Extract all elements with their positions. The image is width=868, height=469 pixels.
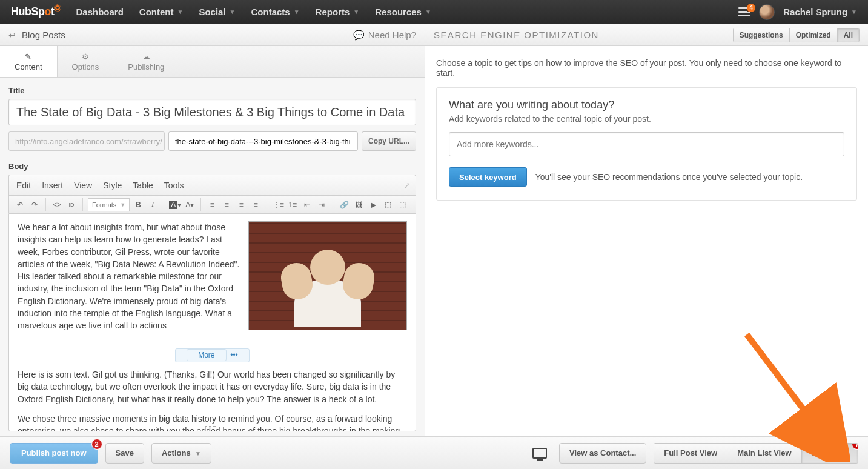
menu-view[interactable]: View [74, 181, 92, 190]
caret-icon: ▼ [294, 8, 300, 15]
caret-icon: ▼ [353, 8, 359, 15]
list-ol-icon[interactable]: 1≡ [287, 199, 299, 211]
chat-icon: 💬 [353, 30, 365, 41]
title-input[interactable] [8, 99, 416, 125]
align-left-icon[interactable]: ≡ [206, 199, 218, 211]
breadcrumb[interactable]: Blog Posts [22, 30, 65, 40]
textcolor-icon[interactable]: A▾ [184, 199, 196, 211]
title-label: Title [8, 86, 416, 95]
indent-icon[interactable]: ⇥ [316, 199, 328, 211]
publish-button[interactable]: Publish post now 2 [10, 443, 98, 464]
outdent-icon[interactable]: ⇤ [301, 199, 313, 211]
menu-tools[interactable]: Tools [164, 181, 184, 190]
bold-icon[interactable]: B [132, 199, 144, 211]
publish-badge: 2 [91, 439, 102, 450]
redo-icon[interactable]: ↷ [28, 199, 41, 211]
tab-publishing[interactable]: ☁ Publishing [113, 46, 179, 77]
caret-icon: ▼ [425, 8, 431, 15]
select-keyword-button[interactable]: Select keyword [449, 167, 527, 187]
sub-bar: ↩ Blog Posts 💬 Need Help? SEARCH ENGINE … [0, 24, 868, 46]
sprocket-icon [55, 5, 60, 10]
cloud-icon: ☁ [142, 52, 150, 61]
italic-icon[interactable]: I [147, 199, 159, 211]
menu-style[interactable]: Style [103, 181, 122, 190]
preview-icon[interactable] [532, 448, 547, 459]
menu-insert[interactable]: Insert [42, 181, 63, 190]
url-slug-input[interactable] [168, 131, 358, 151]
align-center-icon[interactable]: ≡ [220, 199, 233, 211]
view-main-list[interactable]: Main List View [727, 444, 801, 463]
workspace: ✎ Content ⚙ Options ☁ Publishing Title h… [0, 46, 868, 436]
top-nav: HubSpot Dashboard Content▼ Social▼ Conta… [0, 0, 868, 24]
list-ul-icon[interactable]: ⋮≡ [272, 199, 284, 211]
menu-edit[interactable]: Edit [16, 181, 31, 190]
body-label: Body [8, 162, 416, 171]
footer-bar: Publish post now 2 Save Actions ▼ View a… [0, 436, 868, 469]
align-justify-icon[interactable]: ≡ [250, 199, 262, 211]
seo-filter-segment: Suggestions Optimized All [733, 28, 860, 42]
seo-pane: Choose a topic to get tips on how to imp… [425, 46, 868, 436]
view-as-contact-button[interactable]: View as Contact... [559, 443, 646, 464]
resize-handle-icon[interactable] [205, 426, 220, 430]
filter-optimized[interactable]: Optimized [789, 28, 837, 42]
form-area: Title http://info.angeladefranco.com/str… [0, 78, 425, 436]
back-arrow-icon[interactable]: ↩ [8, 30, 16, 40]
body-paragraph: Here is is som text. Gil got us thinking… [18, 368, 407, 405]
nav-social[interactable]: Social▼ [191, 0, 243, 24]
embed-icon[interactable]: ⬚ [396, 199, 408, 211]
align-right-icon[interactable]: ≡ [235, 199, 247, 211]
read-more-separator[interactable]: More ••• [18, 348, 407, 362]
gear-icon: ⚙ [82, 52, 89, 61]
link-icon[interactable]: 🔗 [338, 199, 350, 211]
logo[interactable]: HubSpot [0, 0, 68, 24]
fullscreen-icon[interactable]: ⤢ [403, 181, 408, 190]
avatar[interactable] [759, 4, 775, 20]
formats-select[interactable]: Formats▼ [88, 198, 130, 211]
caret-icon: ▼ [177, 8, 184, 15]
url-base: http://info.angeladefranco.com/strawberr… [8, 131, 165, 151]
seo-badge: 7 [852, 443, 858, 450]
seo-panel-title: SEARCH ENGINE OPTIMIZATION [434, 30, 599, 40]
editor-menubar: Edit Insert View Style Table Tools ⤢ [8, 175, 416, 195]
inline-image[interactable] [248, 221, 407, 330]
pencil-icon: ✎ [25, 52, 31, 61]
source-icon[interactable]: <> [51, 199, 63, 211]
seo-card: What are you writing about today? Add ke… [436, 87, 857, 201]
tab-options[interactable]: ⚙ Options [58, 46, 114, 77]
caret-icon: ▼ [230, 8, 236, 15]
caret-icon: ▼ [195, 450, 201, 457]
personalize-icon[interactable]: ID [65, 199, 78, 211]
menu-table[interactable]: Table [133, 181, 153, 190]
notification-badge: 4 [747, 4, 755, 12]
editor-toolbar: ↶ ↷ <> ID Formats▼ B I A▾ A▾ ≡ ≡ ≡ ≡ [8, 195, 416, 213]
need-help[interactable]: 💬 Need Help? [353, 30, 416, 41]
copy-url-button[interactable]: Copy URL... [362, 131, 416, 151]
editor-body[interactable]: We hear a lot about insights from, but w… [8, 213, 416, 431]
left-tabs: ✎ Content ⚙ Options ☁ Publishing [0, 46, 425, 78]
seo-hint: You'll see your SEO recommendations once… [535, 172, 803, 182]
nav-right: 4 Rachel Sprung ▼ [738, 0, 868, 24]
keyword-input[interactable] [449, 132, 844, 156]
view-seo[interactable]: SEO View 7 [801, 444, 858, 463]
seo-question: What are you writing about today? [449, 99, 844, 111]
nav-contacts[interactable]: Contacts▼ [244, 0, 308, 24]
save-button[interactable]: Save [105, 443, 144, 464]
cta-icon[interactable]: ⬚ [382, 199, 394, 211]
nav-reports[interactable]: Reports▼ [308, 0, 368, 24]
caret-icon: ▼ [851, 8, 857, 15]
bgcolor-icon[interactable]: A▾ [169, 199, 181, 211]
video-icon[interactable]: ▶ [367, 199, 379, 211]
actions-button[interactable]: Actions ▼ [151, 443, 211, 464]
nav-content[interactable]: Content▼ [131, 0, 191, 24]
view-full-post[interactable]: Full Post View [654, 444, 727, 463]
filter-all[interactable]: All [837, 28, 859, 42]
menu-icon[interactable]: 4 [738, 7, 750, 17]
nav-dashboard[interactable]: Dashboard [68, 0, 131, 24]
filter-suggestions[interactable]: Suggestions [734, 28, 789, 42]
tab-content[interactable]: ✎ Content [0, 46, 58, 77]
user-menu[interactable]: Rachel Sprung ▼ [780, 7, 861, 17]
nav-resources[interactable]: Resources▼ [367, 0, 439, 24]
editor-pane: ✎ Content ⚙ Options ☁ Publishing Title h… [0, 46, 425, 436]
undo-icon[interactable]: ↶ [14, 199, 26, 211]
image-icon[interactable]: 🖼 [353, 199, 365, 211]
